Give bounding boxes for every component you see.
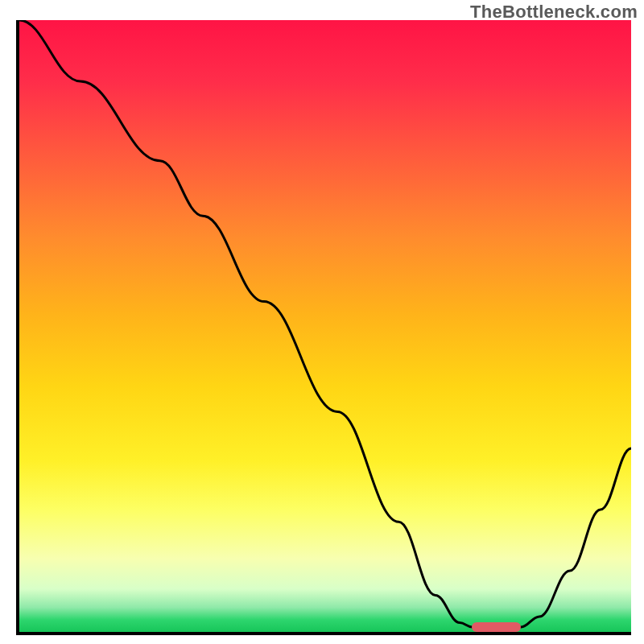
optimal-range-marker bbox=[472, 622, 521, 632]
chart-container: TheBottleneck.com bbox=[0, 0, 644, 644]
plot-area bbox=[16, 20, 631, 635]
watermark-text: TheBottleneck.com bbox=[470, 2, 638, 23]
bottleneck-curve bbox=[19, 20, 631, 632]
